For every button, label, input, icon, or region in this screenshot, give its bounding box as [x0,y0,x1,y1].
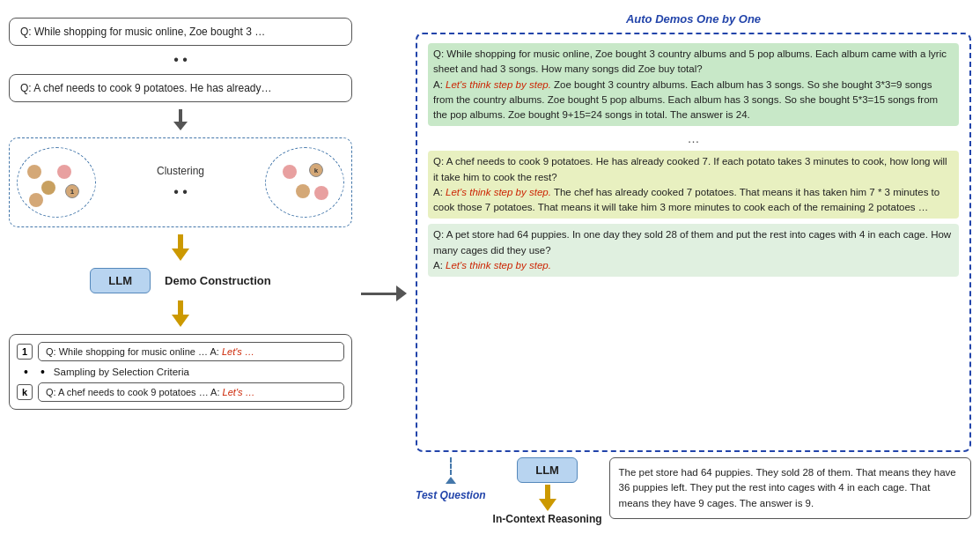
a2-red: Let's think step by step. [446,187,551,197]
right-panel: Auto Demos One by One Q: While shopping … [416,9,971,525]
demo-item-k: k Q: A chef needs to cook 9 potatoes … A… [17,382,344,402]
a3-red: Let's think step by step. [446,260,551,271]
cluster-dot-labeled-k: k [309,163,323,177]
clustering-label: Clustering [157,165,204,177]
demo-dots-row: • • Sampling by Selection Criteria [17,365,344,379]
cluster-dot-r2 [296,184,310,198]
a2-label: A: [433,187,446,197]
dashed-arrow-up [446,477,456,484]
q1-text-right: Q: While shopping for music online, Zoe … [433,48,947,74]
main-arrow-right [361,9,407,525]
qa-block-2: Q: A chef needs to cook 9 potatoes. He h… [428,151,959,219]
dot-bullet-1: • [24,365,28,379]
qa-block-1: Q: While shopping for music online, Zoe … [428,43,959,126]
demo-k-text: Q: A chef needs to cook 9 potatoes … A: [46,387,220,397]
q2-text: Q: A chef needs to cook 9 potatoes. He h… [20,82,272,94]
cluster-dot-3 [57,165,71,179]
demo1-red: Let's … [222,346,254,357]
llm-box-right: LLM [517,457,578,483]
answer-text: The pet store had 64 puppies. They sold … [619,467,956,508]
arrow-to-clustering [173,109,188,130]
demo-list-area: 1 Q: While shopping for music online … A… [9,334,352,410]
cluster-dot-1 [27,165,41,179]
cluster-dot-r3 [314,186,328,200]
q2-text-right: Q: A chef needs to cook 9 potatoes. He h… [433,156,947,182]
question-box-2: Q: A chef needs to cook 9 potatoes. He h… [9,74,352,102]
left-to-right-arrow [361,286,407,301]
q1-text: Q: While shopping for music online, Zoe … [20,26,265,38]
arrow-to-demos [172,300,189,327]
in-context-label: In-Context Reasoning [493,513,602,525]
demo-construction-label: Demo Construction [165,274,271,287]
clustering-area: 1 Clustering • • k [9,137,352,227]
demo-text-k: Q: A chef needs to cook 9 potatoes … A: … [38,382,344,402]
left-panel: Q: While shopping for music online, Zoe … [9,9,352,525]
demo-num-k: k [17,384,33,400]
bottom-section: Test Question LLM In-Context Reasoning T… [416,457,971,525]
demo1-text: Q: While shopping for music online … A: [46,346,219,357]
right-main-box: Q: While shopping for music online, Zoe … [416,33,971,452]
llm-box-left: LLM [90,268,151,293]
demo-item-1: 1 Q: While shopping for music online … A… [17,342,344,361]
cluster-dot-2 [41,181,55,195]
demo-num-1: 1 [17,344,33,360]
demo-k-red: Let's … [223,387,255,397]
cluster-dot-5 [29,193,43,207]
test-question-label: Test Question [416,486,486,501]
auto-demos-title: Auto Demos One by One [416,12,971,26]
llm-demo-construction: LLM Demo Construction [9,268,352,293]
arrow-llm-down [539,485,556,511]
a1-label: A: [433,79,446,90]
answer-result-box: The pet store had 64 puppies. They sold … [609,457,971,519]
demo-text-1: Q: While shopping for music online … A: … [38,342,344,361]
dashed-line-up [450,457,452,475]
dot-bullet-2: • [41,365,45,379]
cluster-dot-labeled-1: 1 [65,184,79,198]
arrow-to-llm [172,234,189,261]
qa-sep-1: … [428,131,959,145]
test-question-col: Test Question [416,457,486,501]
qa-block-3: Q: A pet store had 64 puppies. In one da… [428,224,959,277]
cluster-dots-mid: • • [173,184,188,200]
cluster-dot-r1 [283,165,297,179]
a1-red: Let's think step by step. [446,79,551,90]
a3-label: A: [433,260,446,271]
dots-separator-1: • • [9,53,352,67]
sampling-label: Sampling by Selection Criteria [54,367,189,377]
llm-incr-col: LLM In-Context Reasoning [493,457,602,525]
question-box-1: Q: While shopping for music online, Zoe … [9,18,352,46]
q3-text-right: Q: A pet store had 64 puppies. In one da… [433,229,951,255]
